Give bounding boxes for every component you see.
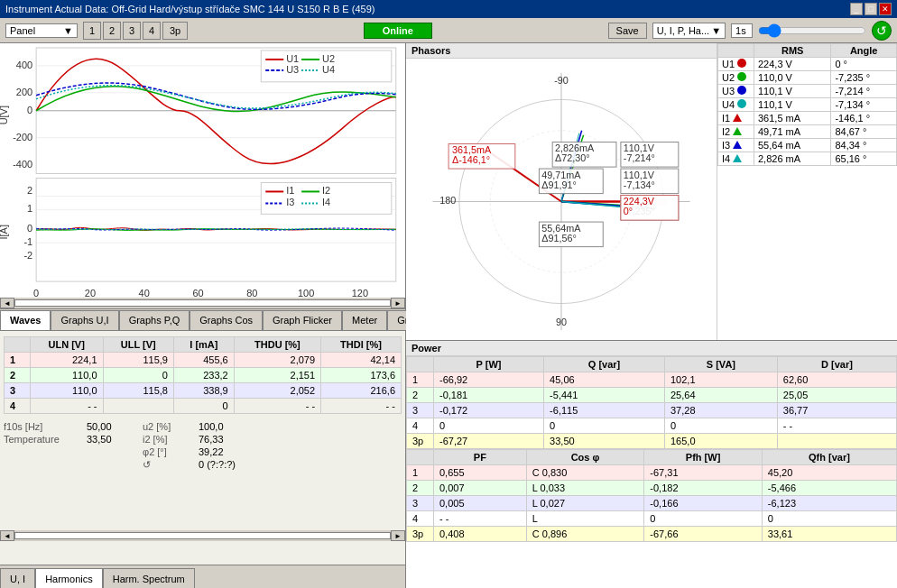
svg-text:I1: I1 — [286, 185, 294, 196]
cell-thdu: 2,151 — [234, 368, 320, 383]
num-btn-1[interactable]: 1 — [83, 22, 101, 40]
cell-thdu: - - — [234, 399, 320, 414]
refresh-button[interactable]: ↺ — [872, 21, 892, 41]
pf-col-cos: Cos φ — [526, 450, 644, 465]
svg-text:Δ72,30°: Δ72,30° — [555, 152, 590, 163]
temp-label: Temperature — [4, 434, 85, 445]
num-button-group: 1 2 3 4 3p — [83, 22, 188, 40]
i2-label: i2 [%] — [143, 434, 197, 445]
num-btn-4[interactable]: 4 — [143, 22, 161, 40]
scroll-left-button[interactable]: ◄ — [0, 298, 14, 308]
num-btn-3[interactable]: 3 — [123, 22, 141, 40]
view-dropdown[interactable]: U, I, P, Ha... ▼ — [652, 23, 726, 39]
power-row-4: 4 0 0 0 - - — [407, 418, 897, 434]
tab-waves[interactable]: Waves — [0, 310, 51, 330]
svg-text:U2: U2 — [322, 53, 335, 64]
svg-text:-1: -1 — [23, 236, 32, 247]
col-header-label — [5, 337, 31, 353]
left-panel: 400 200 0 -200 -400 U[V] U — [0, 43, 406, 588]
rms-angle-i3: 84,34 ° — [831, 139, 897, 152]
cell-uln: 110,0 — [30, 383, 103, 399]
online-button[interactable]: Online — [364, 23, 432, 39]
table-scrollbar: ◄ ► — [0, 530, 405, 541]
save-button[interactable]: Save — [608, 23, 647, 39]
refresh-label: ↺ — [143, 459, 197, 471]
pf-row-4: 4 - - L 0 0 — [407, 511, 897, 527]
panel-dropdown[interactable]: Panel ▼ — [5, 23, 78, 38]
time-slider[interactable] — [758, 23, 866, 38]
u2-value: 100,0 — [199, 421, 253, 432]
svg-text:I[A]: I[A] — [0, 225, 9, 239]
chart-area: 400 200 0 -200 -400 U[V] U — [0, 43, 405, 309]
table-scroll-right[interactable]: ► — [391, 530, 405, 541]
minimize-button[interactable]: _ — [850, 3, 863, 15]
phi2-label: φ2 [°] — [143, 446, 197, 457]
tab-graph-flicker[interactable]: Graph Flicker — [263, 310, 342, 330]
scroll-track[interactable] — [14, 299, 391, 307]
power-row-3: 3 -0,172 -6,115 37,28 36,77 — [407, 403, 897, 418]
col-header-thdu: THDU [%] — [234, 337, 320, 353]
close-button[interactable]: ✕ — [879, 3, 892, 15]
scroll-right-button[interactable]: ► — [391, 298, 405, 308]
rms-row-i2: I2 49,71 mA 84,67 ° — [718, 125, 897, 139]
bottom-tab-ui[interactable]: U, I — [0, 568, 35, 588]
rms-label-u1: U1 — [718, 58, 754, 71]
svg-text:Δ91,91°: Δ91,91° — [541, 179, 577, 190]
power-col-q: Q [var] — [544, 357, 665, 372]
cell-ull — [103, 399, 173, 414]
rms-label-i2: I2 — [718, 125, 754, 139]
cell-uln: 224,1 — [30, 353, 103, 368]
power-col-s: S [VA] — [665, 357, 778, 372]
main-container: 400 200 0 -200 -400 U[V] U — [0, 43, 897, 588]
num-btn-2[interactable]: 2 — [103, 22, 121, 40]
u2-label: u2 [%] — [143, 421, 197, 432]
col-header-ull: ULL [V] — [103, 337, 173, 353]
chart-scrollbar: ◄ ► — [0, 298, 405, 308]
phi2-value: 39,22 — [199, 446, 253, 457]
tab-graphs-cos[interactable]: Graphs Cos — [190, 310, 263, 330]
svg-text:-2: -2 — [23, 250, 32, 261]
rms-val-u2: 110,0 V — [754, 71, 831, 85]
title-bar-controls: _ □ ✕ — [850, 3, 892, 15]
tab-meter[interactable]: Meter — [342, 310, 387, 330]
rms-label-u4: U4 — [718, 98, 754, 112]
table-row: 1 224,1 115,9 455,6 2,079 42,14 — [5, 353, 402, 368]
cell-ull: 0 — [103, 368, 173, 383]
table-scroll-left[interactable]: ◄ — [0, 530, 14, 541]
num-btn-3p[interactable]: 3p — [162, 22, 188, 40]
main-data-table-container: ULN [V] ULL [V] I [mA] THDU [%] THDI [%]… — [0, 331, 405, 476]
table-row: 2 110,0 0 233,2 2,151 173,6 — [5, 368, 402, 383]
bottom-tab-harm-spectrum[interactable]: Harm. Spectrum — [103, 568, 195, 588]
bottom-tab-harmonics[interactable]: Harmonics — [35, 568, 103, 588]
svg-text:90: 90 — [556, 317, 567, 327]
time-input[interactable]: 1s — [731, 23, 753, 38]
rms-val-i2: 49,71 mA — [754, 125, 831, 139]
rms-val-u4: 110,1 V — [754, 98, 831, 112]
svg-text:U[V]: U[V] — [0, 106, 9, 124]
svg-text:-90: -90 — [554, 75, 569, 86]
phasors-section: Phasors -90 180 90 — [406, 43, 897, 341]
tab-graphs-pq[interactable]: Graphs P,Q — [119, 310, 190, 330]
svg-text:-7,214°: -7,214° — [624, 152, 655, 163]
temp-value: 33,50 — [87, 434, 141, 445]
empty2 — [87, 446, 141, 457]
rms-val-i1: 361,5 mA — [754, 112, 831, 125]
table-row: 4 - - 0 - - - - — [5, 399, 402, 414]
power-tables-container: P [W] Q [var] S [VA] D [var] 1 -66,92 45… — [406, 356, 897, 588]
maximize-button[interactable]: □ — [865, 3, 877, 15]
slider-container — [758, 23, 866, 38]
tab-graphs-ui[interactable]: Graphs U,I — [51, 310, 118, 330]
rms-angle-i1: -146,1 ° — [831, 112, 897, 125]
empty3 — [4, 459, 85, 471]
f10s-value: 50,00 — [87, 421, 141, 432]
cell-i: 233,2 — [173, 368, 234, 383]
cell-ull: 115,9 — [103, 353, 173, 368]
pf-table: PF Cos φ Pfh [W] Qfh [var] 1 0,655 C 0,8… — [406, 449, 897, 542]
svg-text:-400: -400 — [13, 159, 32, 170]
cell-uln: 110,0 — [30, 368, 103, 383]
cell-thdu: 2,079 — [234, 353, 320, 368]
table-scroll-track[interactable] — [14, 532, 391, 539]
rms-table: RMS Angle U1 224,3 V 0 ° U2 110,0 V — [717, 43, 897, 166]
svg-text:0°: 0° — [624, 206, 633, 216]
rms-row-u4: U4 110,1 V -7,134 ° — [718, 98, 897, 112]
